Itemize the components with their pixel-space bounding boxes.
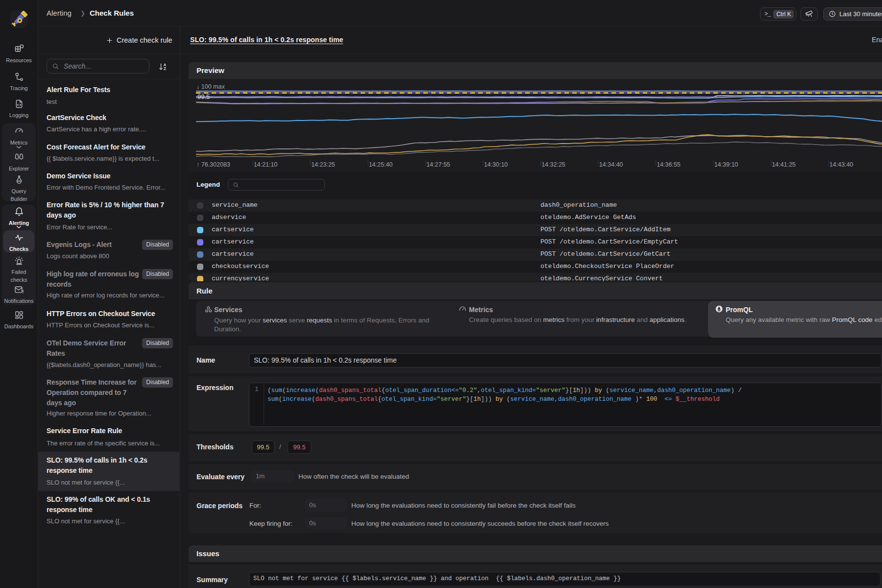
svg-text:14:27:55: 14:27:55 <box>426 161 450 168</box>
svg-text:14:34:40: 14:34:40 <box>599 161 623 168</box>
svg-text:99.5: 99.5 <box>197 93 210 100</box>
svg-text:14:32:25: 14:32:25 <box>541 161 565 168</box>
svg-text:14:25:40: 14:25:40 <box>369 161 393 168</box>
svg-text:14:23:25: 14:23:25 <box>311 161 335 168</box>
svg-text:↑ 76.302083: ↑ 76.302083 <box>196 161 230 168</box>
svg-text:14:36:55: 14:36:55 <box>657 161 681 168</box>
svg-text:14:43:40: 14:43:40 <box>830 161 854 168</box>
svg-text:14:39:10: 14:39:10 <box>714 161 738 168</box>
svg-text:↓ 100 max: ↓ 100 max <box>196 83 225 90</box>
svg-text:14:30:10: 14:30:10 <box>484 161 508 168</box>
svg-text:14:21:10: 14:21:10 <box>254 161 278 168</box>
svg-text:14:41:25: 14:41:25 <box>772 161 796 168</box>
